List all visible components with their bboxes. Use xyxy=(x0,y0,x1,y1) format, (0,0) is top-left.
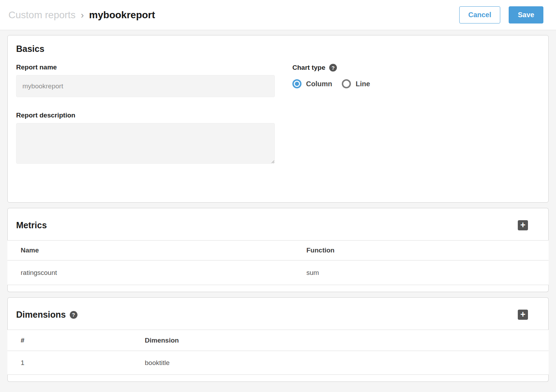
metrics-table-header: Name Function xyxy=(7,241,549,261)
dimensions-card-header: Dimensions ? + xyxy=(7,297,549,330)
basics-section: Basics Report name Report description Ch… xyxy=(7,35,549,203)
metrics-card-footer xyxy=(7,285,549,292)
dimensions-card-footer xyxy=(7,375,549,382)
metrics-table: Name Function ratingscount sum xyxy=(7,240,549,285)
top-header: Custom reports › mybookreport Cancel Sav… xyxy=(0,0,556,30)
chart-type-label: Chart type xyxy=(292,64,325,72)
chart-type-option-line-label: Line xyxy=(355,80,370,88)
chart-type-label-row: Chart type ? xyxy=(292,64,370,72)
page-title: mybookreport xyxy=(89,9,155,21)
dimension-row[interactable]: 1 booktitle xyxy=(7,351,549,375)
report-name-input[interactable] xyxy=(16,75,275,97)
cancel-button[interactable]: Cancel xyxy=(459,6,501,23)
basics-grid: Report name Report description Chart typ… xyxy=(16,63,540,165)
dimensions-table: # Dimension 1 booktitle xyxy=(7,330,549,375)
basics-left-column: Report name Report description xyxy=(16,63,275,165)
metric-function-cell: sum xyxy=(306,269,535,277)
chart-type-help-icon[interactable]: ? xyxy=(329,64,337,72)
header-actions: Cancel Save xyxy=(459,6,543,23)
add-dimension-button[interactable]: + xyxy=(518,310,528,320)
basics-right-column: Chart type ? Column Line xyxy=(292,63,370,165)
breadcrumb: Custom reports › mybookreport xyxy=(8,9,155,21)
dimension-index-cell: 1 xyxy=(21,359,145,367)
metrics-section: Metrics + Name Function ratingscount sum xyxy=(7,208,549,292)
metrics-column-name: Name xyxy=(21,246,306,254)
dimensions-help-icon[interactable]: ? xyxy=(70,311,77,319)
dimension-name-cell: booktitle xyxy=(145,359,535,367)
chevron-right-icon: › xyxy=(81,10,84,21)
metrics-card-header: Metrics + xyxy=(7,208,549,240)
radio-unselected-icon[interactable] xyxy=(342,79,351,88)
metric-row[interactable]: ratingscount sum xyxy=(7,261,549,285)
dimensions-column-dimension: Dimension xyxy=(145,337,535,344)
report-editor-page: Basics Report name Report description Ch… xyxy=(0,30,556,392)
chart-type-options: Column Line xyxy=(292,79,370,88)
report-description-label: Report description xyxy=(16,111,275,119)
dimensions-title: Dimensions xyxy=(16,310,66,320)
chart-type-option-column-label: Column xyxy=(306,80,332,88)
add-metric-button[interactable]: + xyxy=(518,220,528,230)
save-button[interactable]: Save xyxy=(509,6,543,23)
metric-name-cell: ratingscount xyxy=(21,269,306,277)
report-name-label: Report name xyxy=(16,63,275,71)
metrics-column-function: Function xyxy=(306,246,535,254)
breadcrumb-parent-link[interactable]: Custom reports xyxy=(8,9,75,21)
chart-type-option-line[interactable]: Line xyxy=(342,79,370,88)
dimensions-table-header: # Dimension xyxy=(7,330,549,351)
dimensions-column-index: # xyxy=(21,337,145,344)
chart-type-option-column[interactable]: Column xyxy=(292,79,332,88)
dimensions-section: Dimensions ? + # Dimension 1 booktitle xyxy=(7,297,549,382)
report-description-input[interactable] xyxy=(16,123,275,164)
basics-title: Basics xyxy=(16,44,540,54)
metrics-title: Metrics xyxy=(16,220,47,230)
radio-selected-icon[interactable] xyxy=(292,79,301,88)
